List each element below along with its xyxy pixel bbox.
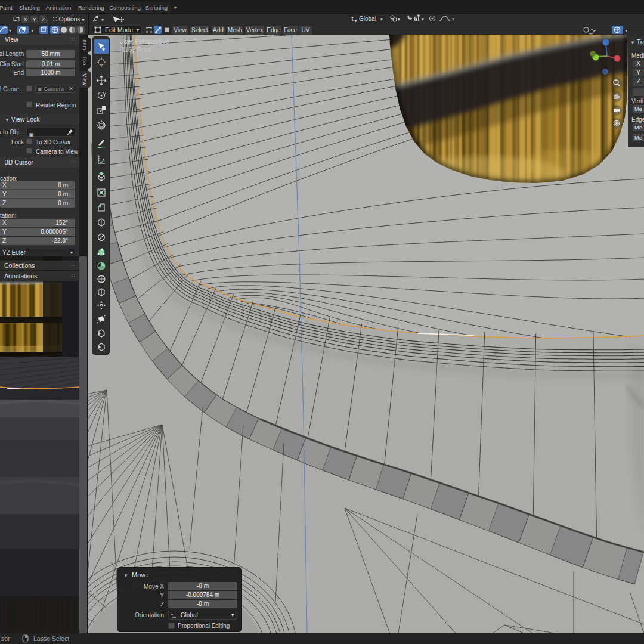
svg-text:(116) Front: (116) Front bbox=[119, 46, 151, 53]
svg-text:▾: ▾ bbox=[380, 17, 383, 22]
svg-text:▾: ▾ bbox=[31, 28, 33, 33]
svg-text:▾: ▾ bbox=[9, 28, 11, 33]
svg-text:▾: ▾ bbox=[101, 17, 104, 23]
svg-text:X: X bbox=[24, 16, 28, 23]
svg-text:▾: ▾ bbox=[593, 28, 596, 33]
svg-text:▾: ▾ bbox=[452, 17, 454, 22]
svg-text:Y: Y bbox=[33, 16, 37, 23]
svg-text:▾: ▾ bbox=[398, 17, 400, 22]
svg-text:User Perspective: User Perspective bbox=[119, 38, 169, 45]
svg-text:Z: Z bbox=[42, 16, 45, 23]
svg-text:▾: ▾ bbox=[625, 28, 627, 33]
svg-text:▾: ▾ bbox=[422, 17, 424, 22]
svg-text:Global: Global bbox=[359, 16, 376, 22]
